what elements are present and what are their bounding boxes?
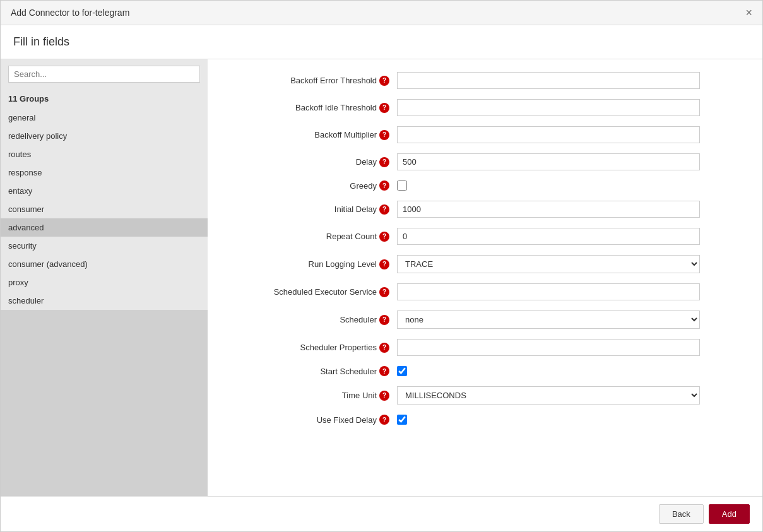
select-run-logging-level[interactable]: TRACEDEBUGINFOWARNERROR — [397, 255, 700, 273]
help-icon-backoff-idle-threshold[interactable]: ? — [379, 103, 389, 113]
sidebar-item-general[interactable]: general — [1, 109, 208, 127]
form-row-scheduled-executor-service: Scheduled Executor Service ? — [233, 283, 737, 300]
help-icon-scheduler[interactable]: ? — [379, 315, 389, 325]
help-icon-delay[interactable]: ? — [379, 157, 389, 167]
help-icon-use-fixed-delay[interactable]: ? — [379, 415, 389, 425]
select-scheduler[interactable]: nonespringquartz — [397, 310, 700, 329]
sidebar-item-security[interactable]: security — [1, 237, 208, 255]
modal-overlay: Add Connector to for-telegram × Fill in … — [0, 0, 763, 532]
label-repeat-count: Repeat Count ? — [233, 232, 397, 242]
label-scheduler: Scheduler ? — [233, 315, 397, 325]
help-icon-repeat-count[interactable]: ? — [379, 232, 389, 242]
input-backoff-multiplier[interactable] — [397, 126, 700, 143]
sidebar-item-proxy[interactable]: proxy — [1, 273, 208, 292]
label-backoff-error-threshold: Backoff Error Threshold ? — [233, 76, 397, 86]
select-time-unit[interactable]: MILLISECONDSSECONDSMINUTESHOURSDAYS — [397, 386, 700, 405]
page-title: Fill in fields — [13, 35, 750, 49]
groups-label: 11 Groups — [1, 89, 208, 109]
input-scheduler-properties[interactable] — [397, 339, 700, 356]
form-row-backoff-error-threshold: Backoff Error Threshold ? — [233, 72, 737, 89]
checkbox-greedy[interactable] — [397, 180, 407, 191]
help-icon-start-scheduler[interactable]: ? — [379, 366, 389, 376]
main-content: Backoff Error Threshold ?Backoff Idle Th… — [208, 59, 762, 496]
input-repeat-count[interactable] — [397, 228, 700, 245]
sidebar-item-scheduler[interactable]: scheduler — [1, 292, 208, 310]
sidebar-item-response[interactable]: response — [1, 163, 208, 182]
sidebar-item-entaxy[interactable]: entaxy — [1, 182, 208, 200]
help-icon-scheduler-properties[interactable]: ? — [379, 343, 389, 353]
close-button[interactable]: × — [745, 7, 752, 18]
help-icon-run-logging-level[interactable]: ? — [379, 259, 389, 269]
label-run-logging-level: Run Logging Level ? — [233, 259, 397, 269]
modal-body: 11 Groups generalredelivery policyroutes… — [1, 59, 762, 496]
input-initial-delay[interactable] — [397, 201, 700, 218]
label-scheduler-properties: Scheduler Properties ? — [233, 343, 397, 353]
help-icon-time-unit[interactable]: ? — [379, 391, 389, 401]
back-button[interactable]: Back — [659, 504, 704, 524]
sidebar-item-consumer[interactable]: consumer — [1, 200, 208, 218]
modal-footer: Back Add — [1, 496, 762, 531]
modal-subheader: Fill in fields — [1, 25, 762, 59]
sidebar-item-routes[interactable]: routes — [1, 145, 208, 163]
checkbox-use-fixed-delay[interactable] — [397, 415, 407, 425]
form-row-initial-delay: Initial Delay ? — [233, 201, 737, 218]
help-icon-initial-delay[interactable]: ? — [379, 204, 389, 215]
label-backoff-multiplier: Backoff Multiplier ? — [233, 130, 397, 140]
search-input[interactable] — [8, 66, 200, 83]
form-row-backoff-idle-threshold: Backoff Idle Threshold ? — [233, 99, 737, 116]
sidebar-item-advanced[interactable]: advanced — [1, 218, 208, 237]
modal-header: Add Connector to for-telegram × — [1, 1, 762, 25]
sidebar-spacer — [1, 310, 208, 496]
input-backoff-error-threshold[interactable] — [397, 72, 700, 89]
help-icon-backoff-error-threshold[interactable]: ? — [379, 76, 389, 86]
form-row-scheduler-properties: Scheduler Properties ? — [233, 339, 737, 356]
form-row-delay: Delay ? — [233, 153, 737, 170]
form-row-start-scheduler: Start Scheduler ? — [233, 366, 737, 376]
label-greedy: Greedy ? — [233, 180, 397, 191]
form-row-repeat-count: Repeat Count ? — [233, 228, 737, 245]
sidebar: 11 Groups generalredelivery policyroutes… — [1, 59, 208, 496]
help-icon-greedy[interactable]: ? — [379, 180, 389, 191]
form-row-greedy: Greedy ? — [233, 180, 737, 191]
sidebar-nav: generalredelivery policyroutesresponseen… — [1, 109, 208, 310]
label-time-unit: Time Unit ? — [233, 391, 397, 401]
label-scheduled-executor-service: Scheduled Executor Service ? — [233, 287, 397, 297]
add-button[interactable]: Add — [709, 504, 750, 524]
label-use-fixed-delay: Use Fixed Delay ? — [233, 415, 397, 425]
sidebar-item-redelivery-policy[interactable]: redelivery policy — [1, 127, 208, 145]
help-icon-scheduled-executor-service[interactable]: ? — [379, 287, 389, 297]
form-row-scheduler: Scheduler ?nonespringquartz — [233, 310, 737, 329]
input-scheduled-executor-service[interactable] — [397, 283, 700, 300]
help-icon-backoff-multiplier[interactable]: ? — [379, 130, 389, 140]
label-delay: Delay ? — [233, 157, 397, 167]
label-initial-delay: Initial Delay ? — [233, 204, 397, 215]
sidebar-item-consumer-advanced[interactable]: consumer (advanced) — [1, 255, 208, 273]
form-row-use-fixed-delay: Use Fixed Delay ? — [233, 415, 737, 425]
label-backoff-idle-threshold: Backoff Idle Threshold ? — [233, 103, 397, 113]
input-delay[interactable] — [397, 153, 700, 170]
modal-title: Add Connector to for-telegram — [11, 8, 129, 18]
form-row-time-unit: Time Unit ?MILLISECONDSSECONDSMINUTESHOU… — [233, 386, 737, 405]
input-backoff-idle-threshold[interactable] — [397, 99, 700, 116]
search-container — [1, 59, 208, 89]
label-start-scheduler: Start Scheduler ? — [233, 366, 397, 376]
form-row-run-logging-level: Run Logging Level ?TRACEDEBUGINFOWARNERR… — [233, 255, 737, 273]
form-row-backoff-multiplier: Backoff Multiplier ? — [233, 126, 737, 143]
checkbox-start-scheduler[interactable] — [397, 366, 407, 376]
